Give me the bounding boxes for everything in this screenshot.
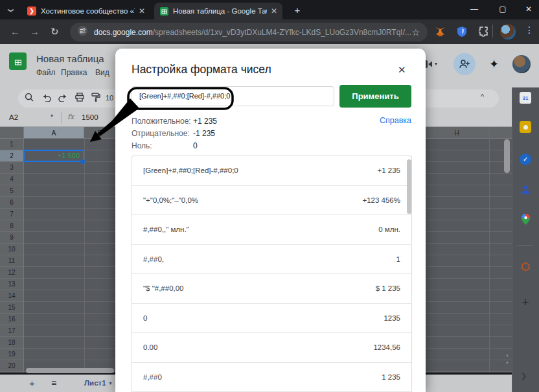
row-header[interactable]: 5 — [0, 185, 23, 197]
column-header-h[interactable]: H — [447, 127, 466, 139]
dialog-title: Настройка формата чисел — [132, 63, 271, 76]
row-header[interactable]: 3 — [0, 162, 23, 174]
back-icon[interactable]: ← — [10, 26, 20, 37]
calendar-icon[interactable]: 31 — [520, 92, 531, 104]
sheet-tab-list1[interactable]: Лист1 ▾ — [78, 375, 119, 391]
row-headers: 1234567891011121314151617181920 — [0, 139, 24, 373]
window-maximize-button[interactable]: ▢ — [490, 0, 516, 18]
apply-button[interactable]: Применить — [339, 85, 411, 108]
format-option[interactable]: #,##01 235 — [132, 363, 411, 392]
address-bar[interactable]: docs.google.com/spreadsheets/d/1xv_vD3yt… — [70, 23, 428, 41]
row-header[interactable]: 13 — [0, 279, 23, 290]
fill-handle[interactable] — [80, 159, 85, 164]
format-option[interactable]: #,##0,1 — [132, 245, 411, 275]
grid-corner-cell[interactable] — [0, 127, 24, 139]
paint-format-icon[interactable] — [91, 93, 100, 105]
browser-tab-timeweb[interactable]: ❯ Хостинговое сообщество «Tim ✕ — [22, 3, 150, 19]
name-box-arrow-icon[interactable]: ▾ — [51, 113, 53, 119]
menu-view[interactable]: Вид — [95, 68, 109, 77]
tab-search-button[interactable]: ❯ — [5, 5, 17, 16]
reload-icon[interactable]: ↻ — [51, 26, 59, 38]
extensions-puzzle-icon[interactable] — [477, 25, 491, 39]
formula-input[interactable]: 1500 — [82, 113, 98, 121]
add-sheet-button[interactable]: + — [29, 378, 35, 389]
row-header[interactable]: 19 — [0, 349, 23, 360]
scroll-down-icon[interactable]: ▼ — [505, 361, 510, 365]
browser-profile-avatar[interactable] — [500, 24, 516, 40]
sheet-menu-arrow-icon[interactable]: ▾ — [109, 380, 112, 386]
new-tab-button[interactable]: + — [292, 5, 303, 16]
print-icon[interactable] — [75, 93, 84, 104]
format-option[interactable]: 01235 — [132, 304, 411, 334]
scroll-up-icon[interactable]: ▲ — [505, 353, 510, 357]
row-header[interactable]: 17 — [0, 325, 23, 337]
share-button[interactable] — [453, 53, 476, 75]
maps-icon[interactable] — [520, 213, 531, 225]
browser-tab-sheets-active[interactable]: Новая таблица - Google Табли ✕ — [154, 3, 282, 19]
close-side-panel-chevron-icon[interactable]: ❯ — [521, 372, 527, 380]
zoom-level-cut[interactable]: 10 — [106, 94, 113, 102]
metamask-extension-icon[interactable] — [433, 25, 447, 39]
browser-tab-strip: ❯ ❯ Хостинговое сообщество «Tim ✕ Новая … — [0, 0, 539, 19]
sheets-logo-icon[interactable] — [9, 52, 27, 70]
row-header[interactable]: 18 — [0, 337, 23, 349]
format-option[interactable]: #,##0,," млн."0 млн. — [132, 215, 411, 245]
format-option[interactable]: "+"0,0%;"–"0,0%+123 456% — [132, 186, 411, 216]
row-header[interactable]: 15 — [0, 302, 23, 314]
row-header[interactable]: 20 — [0, 360, 23, 372]
horizontal-scrollbar[interactable] — [26, 368, 114, 373]
vertical-scrollbar[interactable] — [504, 139, 510, 173]
row-header[interactable]: 12 — [0, 267, 23, 279]
row-header[interactable]: 6 — [0, 197, 23, 209]
all-sheets-menu-icon[interactable]: ≡ — [51, 378, 56, 388]
row-header[interactable]: 11 — [0, 255, 23, 267]
contacts-icon[interactable] — [520, 183, 531, 195]
account-avatar[interactable] — [512, 55, 531, 73]
format-input[interactable]: [Green]+#,##0;[Red]-#,##0;0 — [132, 86, 334, 106]
column-header-b[interactable]: B — [84, 127, 115, 139]
format-pattern: "$ "#,##0,00 — [143, 284, 376, 292]
site-info-icon[interactable] — [78, 26, 87, 38]
get-addons-plus-icon[interactable]: + — [520, 297, 531, 308]
column-header-a[interactable]: A — [24, 127, 84, 139]
forward-icon[interactable]: → — [30, 26, 40, 37]
bookmark-star-icon[interactable]: ☆ — [411, 27, 420, 38]
row-header[interactable]: 8 — [0, 220, 23, 232]
grid-cells[interactable] — [24, 139, 115, 373]
collapse-toolbar-icon[interactable]: ^ — [481, 93, 484, 100]
format-option[interactable]: "$ "#,##0,00$ 1 235 — [132, 274, 411, 304]
search-icon[interactable] — [25, 93, 34, 104]
help-link[interactable]: Справка — [353, 116, 411, 125]
dialog-close-icon[interactable]: ✕ — [398, 64, 406, 76]
row-header[interactable]: 9 — [0, 232, 23, 244]
window-minimize-button[interactable]: — — [461, 0, 487, 18]
keep-icon[interactable] — [520, 121, 531, 133]
row-header[interactable]: 1 — [0, 139, 23, 150]
browser-menu-kebab-icon[interactable]: ⋮ — [525, 25, 534, 35]
gemini-sparkle-icon[interactable]: ✦ — [489, 57, 499, 71]
row-header[interactable]: 10 — [0, 244, 23, 255]
tab-close-icon[interactable]: ✕ — [271, 6, 277, 16]
format-option[interactable]: [Green]+#,##0;[Red]-#,##0;0+1 235 — [132, 156, 411, 186]
tab-close-icon[interactable]: ✕ — [139, 6, 145, 16]
format-pattern: 0 — [143, 314, 384, 322]
undo-icon[interactable] — [41, 93, 51, 104]
format-example: 1234,56 — [373, 343, 400, 351]
format-option[interactable]: 0.001234,56 — [132, 333, 411, 363]
tasks-icon[interactable]: ✓ — [520, 154, 531, 165]
row-header[interactable]: 16 — [0, 314, 23, 325]
format-list-scrollbar[interactable] — [407, 159, 411, 214]
name-box[interactable]: A2 — [9, 113, 18, 121]
window-close-button[interactable]: ✕ — [516, 0, 539, 18]
selected-cell-a2[interactable]: +1 500 — [23, 150, 84, 162]
menu-edit[interactable]: Правка — [61, 68, 87, 77]
row-header[interactable]: 4 — [0, 174, 23, 185]
row-header[interactable]: 14 — [0, 290, 23, 302]
doc-title[interactable]: Новая таблица — [36, 53, 104, 64]
redo-icon[interactable] — [58, 93, 68, 104]
row-header[interactable]: 7 — [0, 209, 23, 220]
row-header[interactable]: 2 — [0, 150, 23, 162]
shield-extension-icon[interactable] — [455, 25, 469, 39]
addon-icon[interactable] — [520, 261, 531, 273]
menu-file[interactable]: Файл — [36, 68, 56, 77]
